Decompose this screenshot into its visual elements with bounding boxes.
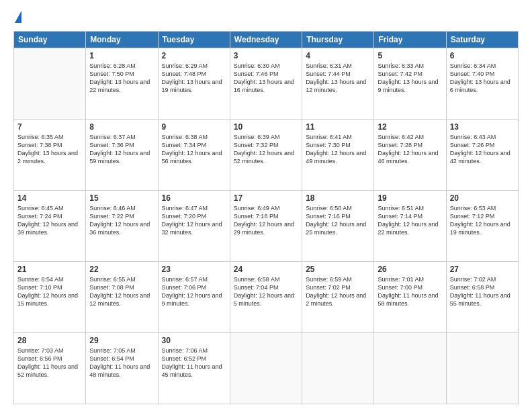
day-number: 27 [450, 265, 515, 274]
day-number: 9 [162, 122, 226, 132]
weekday-header: Friday [374, 32, 446, 48]
calendar-cell [302, 333, 374, 404]
calendar-cell: 12Sunrise: 6:42 AM Sunset: 7:28 PM Dayli… [374, 120, 446, 191]
calendar-cell [446, 333, 518, 404]
day-number: 14 [17, 193, 82, 203]
day-number: 24 [234, 265, 298, 274]
calendar-cell: 27Sunrise: 7:02 AM Sunset: 6:58 PM Dayli… [446, 262, 518, 333]
day-number: 10 [234, 122, 298, 132]
calendar-cell [230, 333, 302, 404]
calendar-cell: 5Sunrise: 6:33 AM Sunset: 7:42 PM Daylig… [374, 48, 446, 120]
weekday-header: Wednesday [230, 32, 302, 48]
calendar-cell: 14Sunrise: 6:45 AM Sunset: 7:24 PM Dayli… [14, 191, 86, 262]
calendar-cell: 16Sunrise: 6:47 AM Sunset: 7:20 PM Dayli… [158, 191, 230, 262]
day-number: 5 [378, 51, 442, 60]
weekday-header: Monday [86, 32, 158, 48]
day-number: 3 [234, 51, 298, 60]
cell-info: Sunrise: 6:35 AM Sunset: 7:38 PM Dayligh… [17, 133, 82, 166]
logo [13, 11, 21, 24]
day-number: 19 [378, 193, 442, 203]
cell-info: Sunrise: 6:41 AM Sunset: 7:30 PM Dayligh… [306, 133, 370, 166]
cell-info: Sunrise: 6:42 AM Sunset: 7:28 PM Dayligh… [378, 133, 442, 166]
day-number: 7 [17, 122, 82, 132]
calendar-cell: 21Sunrise: 6:54 AM Sunset: 7:10 PM Dayli… [14, 262, 86, 333]
cell-info: Sunrise: 6:51 AM Sunset: 7:14 PM Dayligh… [378, 204, 442, 237]
cell-info: Sunrise: 6:43 AM Sunset: 7:26 PM Dayligh… [450, 133, 515, 166]
cell-info: Sunrise: 6:46 AM Sunset: 7:22 PM Dayligh… [89, 204, 154, 237]
cell-info: Sunrise: 6:29 AM Sunset: 7:48 PM Dayligh… [162, 62, 226, 95]
day-number: 15 [89, 193, 154, 203]
day-number: 25 [306, 265, 370, 274]
cell-info: Sunrise: 6:49 AM Sunset: 7:18 PM Dayligh… [234, 204, 298, 237]
day-number: 26 [378, 265, 442, 274]
calendar-cell: 7Sunrise: 6:35 AM Sunset: 7:38 PM Daylig… [14, 120, 86, 191]
cell-info: Sunrise: 6:33 AM Sunset: 7:42 PM Dayligh… [378, 62, 442, 95]
day-number: 16 [162, 193, 226, 203]
cell-info: Sunrise: 6:39 AM Sunset: 7:32 PM Dayligh… [234, 133, 298, 166]
weekday-header: Tuesday [158, 32, 230, 48]
calendar-week-row: 7Sunrise: 6:35 AM Sunset: 7:38 PM Daylig… [14, 120, 519, 191]
cell-info: Sunrise: 6:53 AM Sunset: 7:12 PM Dayligh… [450, 204, 515, 237]
day-number: 23 [162, 265, 226, 274]
day-number: 17 [234, 193, 298, 203]
calendar-cell: 1Sunrise: 6:28 AM Sunset: 7:50 PM Daylig… [86, 48, 158, 120]
day-number: 20 [450, 193, 515, 203]
cell-info: Sunrise: 6:58 AM Sunset: 7:04 PM Dayligh… [234, 275, 298, 308]
calendar-cell: 8Sunrise: 6:37 AM Sunset: 7:36 PM Daylig… [86, 120, 158, 191]
weekday-header: Sunday [14, 32, 86, 48]
page: SundayMondayTuesdayWednesdayThursdayFrid… [0, 0, 532, 411]
cell-info: Sunrise: 6:34 AM Sunset: 7:40 PM Dayligh… [450, 62, 515, 95]
calendar-week-row: 1Sunrise: 6:28 AM Sunset: 7:50 PM Daylig… [14, 48, 519, 120]
calendar-cell [374, 333, 446, 404]
day-number: 30 [162, 336, 226, 345]
calendar-cell: 20Sunrise: 6:53 AM Sunset: 7:12 PM Dayli… [446, 191, 518, 262]
calendar-cell [14, 48, 86, 120]
cell-info: Sunrise: 6:45 AM Sunset: 7:24 PM Dayligh… [17, 204, 82, 237]
cell-info: Sunrise: 7:06 AM Sunset: 6:52 PM Dayligh… [162, 347, 226, 379]
calendar-cell: 22Sunrise: 6:55 AM Sunset: 7:08 PM Dayli… [86, 262, 158, 333]
day-number: 13 [450, 122, 515, 132]
cell-info: Sunrise: 6:30 AM Sunset: 7:46 PM Dayligh… [234, 62, 298, 95]
calendar-cell: 25Sunrise: 6:59 AM Sunset: 7:02 PM Dayli… [302, 262, 374, 333]
cell-info: Sunrise: 7:02 AM Sunset: 6:58 PM Dayligh… [450, 275, 515, 308]
day-number: 1 [89, 51, 154, 60]
calendar-cell: 19Sunrise: 6:51 AM Sunset: 7:14 PM Dayli… [374, 191, 446, 262]
weekday-header: Thursday [302, 32, 374, 48]
calendar-cell: 18Sunrise: 6:50 AM Sunset: 7:16 PM Dayli… [302, 191, 374, 262]
calendar-cell: 26Sunrise: 7:01 AM Sunset: 7:00 PM Dayli… [374, 262, 446, 333]
calendar-header-row: SundayMondayTuesdayWednesdayThursdayFrid… [14, 32, 519, 48]
logo-triangle-icon [15, 11, 21, 23]
day-number: 4 [306, 51, 370, 60]
calendar-cell: 6Sunrise: 6:34 AM Sunset: 7:40 PM Daylig… [446, 48, 518, 120]
calendar-week-row: 14Sunrise: 6:45 AM Sunset: 7:24 PM Dayli… [14, 191, 519, 262]
cell-info: Sunrise: 6:37 AM Sunset: 7:36 PM Dayligh… [89, 133, 154, 166]
cell-info: Sunrise: 6:38 AM Sunset: 7:34 PM Dayligh… [162, 133, 226, 166]
day-number: 22 [89, 265, 154, 274]
calendar-cell: 28Sunrise: 7:03 AM Sunset: 6:56 PM Dayli… [14, 333, 86, 404]
calendar-cell: 3Sunrise: 6:30 AM Sunset: 7:46 PM Daylig… [230, 48, 302, 120]
day-number: 12 [378, 122, 442, 132]
calendar-cell: 10Sunrise: 6:39 AM Sunset: 7:32 PM Dayli… [230, 120, 302, 191]
calendar-cell: 15Sunrise: 6:46 AM Sunset: 7:22 PM Dayli… [86, 191, 158, 262]
cell-info: Sunrise: 6:50 AM Sunset: 7:16 PM Dayligh… [306, 204, 370, 237]
cell-info: Sunrise: 7:03 AM Sunset: 6:56 PM Dayligh… [17, 347, 82, 379]
cell-info: Sunrise: 6:54 AM Sunset: 7:10 PM Dayligh… [17, 275, 82, 308]
day-number: 8 [89, 122, 154, 132]
cell-info: Sunrise: 6:28 AM Sunset: 7:50 PM Dayligh… [89, 62, 154, 95]
day-number: 28 [17, 336, 82, 345]
cell-info: Sunrise: 6:47 AM Sunset: 7:20 PM Dayligh… [162, 204, 226, 237]
calendar-week-row: 28Sunrise: 7:03 AM Sunset: 6:56 PM Dayli… [14, 333, 519, 404]
day-number: 6 [450, 51, 515, 60]
cell-info: Sunrise: 6:55 AM Sunset: 7:08 PM Dayligh… [89, 275, 154, 308]
calendar-cell: 9Sunrise: 6:38 AM Sunset: 7:34 PM Daylig… [158, 120, 230, 191]
calendar-cell: 29Sunrise: 7:05 AM Sunset: 6:54 PM Dayli… [86, 333, 158, 404]
calendar-cell: 23Sunrise: 6:57 AM Sunset: 7:06 PM Dayli… [158, 262, 230, 333]
cell-info: Sunrise: 7:05 AM Sunset: 6:54 PM Dayligh… [89, 347, 154, 379]
calendar-cell: 11Sunrise: 6:41 AM Sunset: 7:30 PM Dayli… [302, 120, 374, 191]
weekday-header: Saturday [446, 32, 518, 48]
day-number: 21 [17, 265, 82, 274]
header [13, 11, 519, 24]
cell-info: Sunrise: 6:57 AM Sunset: 7:06 PM Dayligh… [162, 275, 226, 308]
cell-info: Sunrise: 6:59 AM Sunset: 7:02 PM Dayligh… [306, 275, 370, 308]
calendar-cell: 24Sunrise: 6:58 AM Sunset: 7:04 PM Dayli… [230, 262, 302, 333]
